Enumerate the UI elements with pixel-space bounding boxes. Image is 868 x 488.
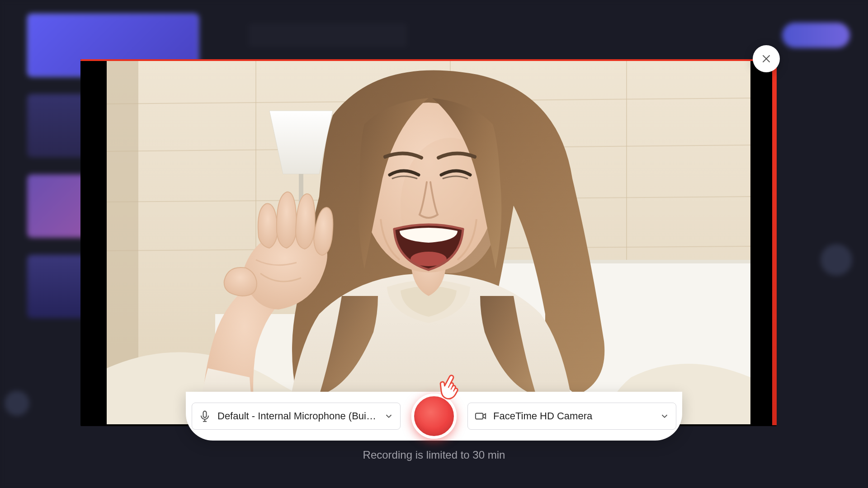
- camera-feed: [107, 61, 750, 424]
- microphone-icon: [198, 410, 211, 422]
- camera-select[interactable]: FaceTime HD Camera: [467, 403, 676, 430]
- recording-frame-right: [772, 60, 777, 425]
- close-button[interactable]: [753, 45, 780, 72]
- close-icon: [761, 53, 772, 64]
- camera-selected-label: FaceTime HD Camera: [493, 410, 653, 422]
- record-button[interactable]: [411, 394, 457, 439]
- svg-rect-20: [203, 411, 207, 418]
- svg-rect-26: [476, 413, 483, 419]
- chevron-down-icon: [384, 411, 394, 421]
- camera-preview-panel: [80, 59, 777, 426]
- microphone-select[interactable]: Default - Internal Microphone (Built-i…: [192, 403, 401, 430]
- microphone-selected-label: Default - Internal Microphone (Built-i…: [217, 410, 377, 422]
- record-button-wrap: [411, 394, 457, 439]
- recording-limit-text: Recording is limited to 30 min: [363, 449, 505, 461]
- camera-feed-illustration: [107, 61, 750, 424]
- camera-icon: [474, 410, 487, 422]
- record-modal: Default - Internal Microphone (Built-i…: [0, 0, 868, 488]
- recording-controls-tray: Default - Internal Microphone (Built-i…: [186, 392, 682, 441]
- chevron-down-icon: [660, 411, 670, 421]
